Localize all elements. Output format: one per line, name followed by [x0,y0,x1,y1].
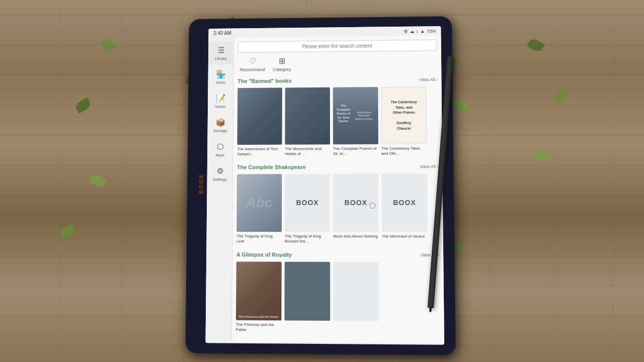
tablet-device: BOOX 2:40 AM ⚙ ☁ ↕ ▲ 73% ☰ Library � [185,16,456,355]
book-title-richard: The Tragedy of King Richard the... [285,234,330,244]
book-item-venice[interactable]: BOOX The Merchant of Venice [381,173,428,244]
book-cover-royalty-2 [284,261,330,320]
recommend-icon: ♡ [249,56,256,66]
book-item-royalty-2[interactable] [284,261,330,333]
book-item-royalty-3[interactable] [333,261,379,333]
royalty-books-row: The Princess and the Potter The Princess… [236,261,440,334]
sidebar-label-library: Library [215,56,227,61]
signal-icon: ▲ [420,29,425,34]
sidebar-label-notes: Notes [215,105,226,109]
book-cover-princess: The Princess and the Potter [236,261,282,320]
book-item-canterbury[interactable]: The CanterburyTales, andOther PoemsGeoff… [381,86,427,156]
tab-category-label: Category [273,67,291,72]
storage-icon: 📦 [215,118,225,127]
book-item-movements[interactable]: The Movements and Habits of ... [285,87,330,157]
content-area[interactable]: ♡ Recommend ⊞ Category The "Banned" book… [232,36,444,343]
section-shakespeare: The Complete Shakspeare View All › Abc [236,163,439,244]
app-layout: ☰ Library 🏪 Store 📝 Notes 📦 Storage ⬡ [206,36,444,343]
book-title-canterbury: The Canterbury Tales, and Oth... [381,146,427,156]
book-cover-richard: BOOX [285,174,330,232]
cloud-icon: ☁ [410,29,414,34]
settings-icon: ⚙ [216,166,223,176]
library-icon: ☰ [217,46,224,55]
section-header-banned: The "Banned" books View All › [237,76,437,84]
view-all-shakespeare[interactable]: View All › [420,164,438,169]
book-title-sir-jo: The Complete Poems of Sir Jo... [333,146,378,157]
sidebar-item-store[interactable]: 🏪 Store [208,65,233,88]
sidebar-item-library[interactable]: ☰ Library [208,42,233,65]
book-cover-sir-jo: The CompletePoems ofSir JohnDaviesJohn D… [333,87,378,144]
book-title-venice: The Merchant of Venice [382,234,428,239]
nav-tabs: ♡ Recommend ⊞ Category [237,55,437,72]
sidebar-item-apps[interactable]: ⬡ Apps [207,138,233,161]
book-item-sir-jo[interactable]: The CompletePoems ofSir JohnDaviesJohn D… [333,87,378,157]
status-icons: ⚙ ☁ ↕ ▲ 73% [404,29,436,34]
battery-display: 73% [427,29,436,34]
section-title-banned: The "Banned" books [237,78,291,84]
section-header-royalty: A Glimpse of Royalty View All › [236,251,439,258]
shakespeare-books-row: Abc The Tragedy of King Lear BOOX [236,173,439,244]
book-title-princess: The Princess and the Patter [236,322,282,333]
book-item-richard[interactable]: BOOX The Tragedy of King Richard the... [285,174,330,244]
book-item-princess[interactable]: The Princess and the Potter The Princess… [236,261,282,333]
notes-icon: 📝 [215,94,225,103]
tab-category[interactable]: ⊞ Category [273,56,291,72]
section-banned-books: The "Banned" books View All › [237,76,438,157]
category-icon: ⊞ [279,56,285,66]
book-cover-movements [285,87,330,145]
section-title-shakespeare: The Complete Shakspeare [237,164,306,170]
book-title-king-lear: The Tragedy of King Lear [236,234,282,244]
tab-recommend-label: Recommend [239,67,265,72]
chevron-right-icon: › [436,77,437,82]
tab-recommend[interactable]: ♡ Recommend [239,56,265,72]
search-input[interactable] [238,40,437,53]
book-cover-king-lear: Abc [236,174,282,232]
tablet-brand: BOOX [198,173,204,194]
sidebar-label-store: Store [216,80,225,85]
book-title-tom-sawyer: The Adventures of Tom Sawyer... [237,147,282,157]
book-cover-tom-sawyer [237,87,282,145]
sidebar: ☰ Library 🏪 Store 📝 Notes 📦 Storage ⬡ [206,38,234,342]
book-title-movements: The Movements and Habits of ... [285,146,330,157]
book-title-much-ado: Much Ado About Nothing [333,234,379,239]
store-icon: 🏪 [216,69,226,79]
sidebar-label-storage: Storage [213,129,227,133]
apps-icon: ⬡ [216,142,223,151]
wifi-icon: ⚙ [404,29,408,34]
book-item-much-ado[interactable]: BOOX Much Ado About Nothing [333,174,379,245]
section-title-royalty: A Glimpse of Royalty [236,251,292,257]
stylus-tip [429,307,432,312]
banned-books-row: The Adventures of Tom Sawyer... The Move… [237,86,438,157]
book-cover-venice: BOOX [381,173,428,232]
sync-icon: ↕ [416,29,419,34]
book-cover-royalty-3 [333,261,379,321]
sidebar-item-storage[interactable]: 📦 Storage [208,114,233,137]
sidebar-item-settings[interactable]: ⚙ Settings [207,162,233,186]
screen: 2:40 AM ⚙ ☁ ↕ ▲ 73% ☰ Library 🏪 Store [206,26,445,345]
book-item-king-lear[interactable]: Abc The Tragedy of King Lear [236,174,282,244]
sidebar-label-settings: Settings [213,177,227,182]
time-display: 2:40 AM [213,30,231,36]
section-royalty: A Glimpse of Royalty View All › The Prin… [236,251,440,334]
view-all-banned[interactable]: View All › [419,77,438,82]
book-cover-canterbury: The CanterburyTales, andOther PoemsGeoff… [381,86,427,144]
section-header-shakespeare: The Complete Shakspeare View All › [237,163,438,170]
sidebar-item-notes[interactable]: 📝 Notes [208,89,233,113]
sidebar-label-apps: Apps [215,153,224,157]
book-item-tom-sawyer[interactable]: The Adventures of Tom Sawyer... [237,87,282,157]
book-cover-much-ado: BOOX [333,174,379,232]
